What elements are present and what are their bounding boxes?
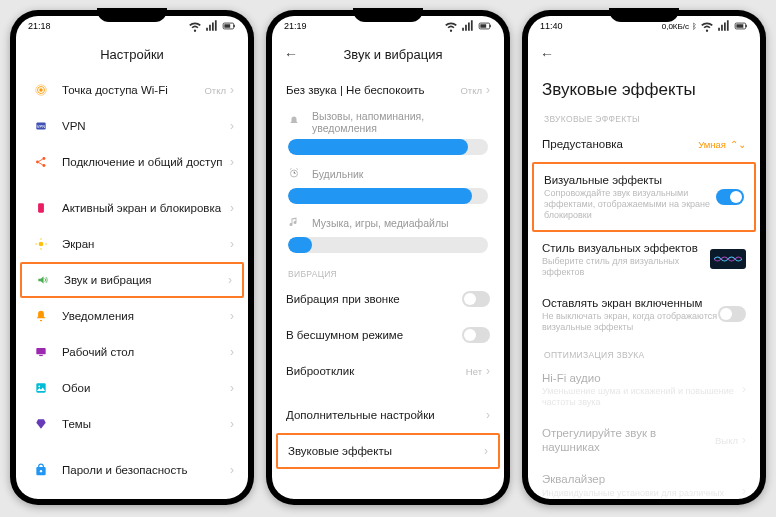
battery-icon [222,19,236,33]
svg-text:VPN: VPN [37,124,45,129]
svg-rect-1 [224,24,230,28]
status-time: 21:18 [28,21,51,31]
toggle[interactable] [716,189,744,205]
settings-row-display[interactable]: Экран › [20,226,244,262]
settings-row-themes[interactable]: Темы › [20,406,244,442]
chevron-icon: › [230,155,234,169]
phone-frame-1: 21:18 Настройки Точка доступа Wi-Fi Откл… [10,10,254,505]
effects-sub-row[interactable]: Оставлять экран включеннымНе выключать э… [532,287,756,342]
phone-frame-3: 11:40 0,0КБ/с ᛒ ← Звуковые эффекты ЗВУКО… [522,10,766,505]
screen-1: 21:18 Настройки Точка доступа Wi-Fi Откл… [16,16,248,499]
status-time: 21:19 [284,21,307,31]
settings-row-label: Уведомления [62,309,230,323]
preset-row[interactable]: ПредустановкаУмная ⌃⌄ [532,126,756,162]
battery-icon [734,19,748,33]
signal-icon [717,19,731,33]
settings-row-label: Звук и вибрация [64,273,228,287]
page-title: Звук и вибрация [294,47,492,62]
settings-row-desktop[interactable]: Рабочий стол › [20,334,244,370]
toggle[interactable] [462,291,490,307]
chevron-icon: › [230,345,234,359]
settings-row-security[interactable]: Пароли и безопасность › [20,452,244,488]
settings-row-sound[interactable]: Звук и вибрация › [20,262,244,298]
vibration-row[interactable]: ВиброоткликНет› [276,353,500,389]
svg-line-12 [39,163,43,165]
bell-icon [288,113,304,131]
settings-row-vpn[interactable]: VPN VPN › [20,108,244,144]
svg-point-9 [42,157,45,160]
settings-row-label: VPN [62,119,230,133]
optimization-row: ЭквалайзерИндивидуальные установки для р… [532,463,756,499]
back-icon[interactable]: ← [540,46,554,62]
row-label: Визуальные эффекты [544,173,716,187]
volume-slider[interactable] [288,139,488,155]
phone-frame-2: 21:19 ← Звук и вибрация Без звука | Не б… [266,10,510,505]
optimization-section-label: ОПТИМИЗАЦИЯ ЗВУКА [532,342,756,362]
settings-list[interactable]: Точка доступа Wi-Fi Откл› VPN VPN › Подк… [16,72,248,499]
settings-header: Настройки [16,36,248,72]
svg-point-23 [40,470,42,472]
page-title: Настройки [100,47,164,62]
optimization-row: Hi-Fi аудиоУменьшение шума и искажений и… [532,362,756,417]
svg-rect-29 [736,24,743,28]
security-icon [30,463,52,477]
page-title: Звуковые эффекты [528,72,760,106]
row-label: Отрегулируйте звук в наушниках [542,426,715,455]
chevron-icon: › [230,83,234,97]
sound-icon [32,273,54,287]
vpn-icon: VPN [30,119,52,133]
settings-row-label: Обои [62,381,230,395]
toggle[interactable] [718,306,746,322]
sound-content[interactable]: Без звука | Не беспокоить Откл› Вызовы, … [272,72,504,499]
status-icons [188,19,236,33]
svg-point-3 [39,88,43,92]
svg-rect-25 [480,24,486,28]
svg-rect-20 [39,355,43,356]
row-label: Дополнительные настройки [286,408,486,422]
settings-row-wallpaper[interactable]: Обои › [20,370,244,406]
row-value: Умная [698,139,726,150]
music-icon [288,214,304,232]
battery-icon [478,19,492,33]
settings-row-wifi-hotspot[interactable]: Точка доступа Wi-Fi Откл› [20,72,244,108]
wifi-hotspot-icon [30,83,52,97]
extra-row[interactable]: Дополнительные настройки› [276,397,500,433]
effects-content[interactable]: ЗВУКОВЫЕ ЭФФЕКТЫ ПредустановкаУмная ⌃⌄ В… [528,106,760,499]
svg-rect-30 [746,25,747,27]
screen-2: 21:19 ← Звук и вибрация Без звука | Не б… [272,16,504,499]
wallpaper-icon [30,381,52,395]
volume-slider[interactable] [288,188,488,204]
chevron-icon: › [230,417,234,431]
sound-header: ← Звук и вибрация [272,36,504,72]
visual-effects-row[interactable]: Визуальные эффекты Сопровождайте звук ви… [532,162,756,232]
notifications-icon [30,309,52,323]
status-icons [444,19,492,33]
vibration-row[interactable]: Вибрация при звонке [276,281,500,317]
row-sublabel: Сопровождайте звук визуальными эффектами… [544,188,716,220]
chevron-icon: › [486,408,490,422]
settings-row-label: Рабочий стол [62,345,230,359]
vibration-section-label: ВИБРАЦИЯ [276,261,500,281]
signal-icon [205,19,219,33]
settings-row-notifications[interactable]: Уведомления › [20,298,244,334]
row-sublabel: Выберите стиль для визуальных эффектов [542,256,710,278]
dropdown-icon: ⌃⌄ [730,139,746,150]
settings-row-share-connection[interactable]: Подключение и общий доступ › [20,144,244,180]
wifi-icon [444,19,458,33]
chevron-icon: › [486,83,490,97]
chevron-icon: › [484,444,488,458]
row-label: Стиль визуальных эффектов [542,241,710,255]
chevron-icon: › [228,273,232,287]
svg-point-22 [38,386,40,388]
toggle[interactable] [462,327,490,343]
screen-3: 11:40 0,0КБ/с ᛒ ← Звуковые эффекты ЗВУКО… [528,16,760,499]
volume-slider[interactable] [288,237,488,253]
extra-row[interactable]: Звуковые эффекты› [276,433,500,469]
silent-dnd-row[interactable]: Без звука | Не беспокоить Откл› [276,72,500,108]
svg-rect-2 [234,25,235,27]
settings-row-lockscreen[interactable]: Активный экран и блокировка › [20,190,244,226]
vibration-row[interactable]: В бесшумном режиме [276,317,500,353]
settings-row-label: Темы [62,417,230,431]
svg-point-8 [36,161,39,164]
effects-sub-row[interactable]: Стиль визуальных эффектовВыберите стиль … [532,232,756,287]
